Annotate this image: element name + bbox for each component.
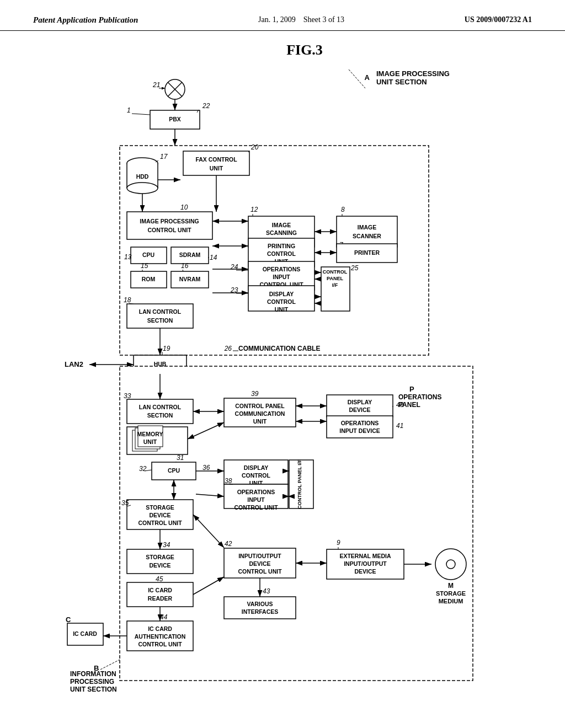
img-scanner-label2: SCANNER <box>353 233 381 239</box>
disp-ctrl-a2: CONTROL <box>267 298 296 305</box>
lan-ctrl-a2: SECTION <box>147 317 173 324</box>
io-dev-ctrl2: DEVICE <box>249 560 270 567</box>
section-a-label2: UNIT SECTION <box>376 78 427 86</box>
various-if1: VARIOUS <box>247 601 273 607</box>
img-scan-ctrl1: IMAGE <box>272 222 291 228</box>
info-proc-label2: PROCESSING <box>70 678 114 686</box>
rom-label: ROM <box>142 276 156 282</box>
ext-media3: DEVICE <box>354 568 376 575</box>
storage-device1: STORAGE <box>146 554 174 560</box>
ref-12: 12 <box>250 206 258 213</box>
memory-unit1: MEMORY <box>137 431 163 437</box>
pbx-label: PBX <box>169 116 181 122</box>
printing-ctrl1: PRINTING <box>268 243 295 249</box>
img-scan-ctrl2: SCANNING <box>266 229 297 236</box>
ref-34: 34 <box>163 541 170 549</box>
disp-ctrl-b2: CONTROL <box>242 472 270 479</box>
ops-panel-label2: PANEL <box>398 401 420 409</box>
ref-14: 14 <box>210 254 217 261</box>
ref-21: 21 <box>152 81 160 89</box>
ext-media1: EXTERNAL MEDIA <box>339 553 391 559</box>
page-header: Patent Application Publication Jan. 1, 2… <box>0 0 565 31</box>
ref-9: 9 <box>337 539 340 547</box>
info-proc-label1: INFORMATION <box>70 670 116 678</box>
storage-dev-ctrl1: STORAGE <box>146 504 174 511</box>
comm-cable-label: COMMUNICATION CABLE <box>238 345 320 352</box>
ref-38: 38 <box>225 477 232 485</box>
section-a-leader <box>349 69 365 88</box>
cpu-b-label: CPU <box>168 467 180 474</box>
ref-42: 42 <box>225 540 232 548</box>
ic-card-reader2: READER <box>148 595 173 602</box>
io-dev-ctrl3: CONTROL UNIT <box>238 568 282 575</box>
section-b-line <box>100 660 120 670</box>
ref-22: 22 <box>202 102 210 110</box>
ref-33: 33 <box>124 392 131 400</box>
ref-31: 31 <box>177 454 184 462</box>
ref-39: 39 <box>251 390 259 398</box>
memory-unit2: UNIT <box>143 438 157 445</box>
ref-19: 19 <box>163 345 170 352</box>
ops-input-ctrl-b2: INPUT <box>247 496 265 503</box>
ref-13: 13 <box>124 253 132 261</box>
info-proc-label3: UNIT SECTION <box>70 686 117 693</box>
cp-comm3: UNIT <box>253 418 267 425</box>
fax-control-box <box>183 151 249 175</box>
figure-title: FIG.3 <box>286 42 323 58</box>
publication-label: Patent Application Publication <box>33 15 138 25</box>
ref-44: 44 <box>160 613 168 621</box>
ref-43: 43 <box>263 587 270 595</box>
storage-dev-ctrl2: DEVICE <box>149 512 170 518</box>
various-if2: INTERFACES <box>242 608 279 615</box>
ops-panel-label1: OPERATIONS <box>398 393 441 401</box>
ops-input-ctrl-b3: CONTROL UNIT <box>234 504 278 511</box>
sdram-label: SDRAM <box>179 251 201 258</box>
img-proc-ctrl-label2: CONTROL UNIT <box>147 227 191 233</box>
ctrl-panel-if-label2: PANEL <box>327 276 343 281</box>
ref-17: 17 <box>160 153 168 160</box>
printer-label: PRINTER <box>354 249 380 256</box>
disp-ctrl-b1: DISPLAY <box>244 464 269 471</box>
ref-8: 8 <box>341 206 345 213</box>
ops-input1: OPERATIONS <box>263 266 301 272</box>
nvram-label: NVRAM <box>179 276 201 282</box>
printing-ctrl2: CONTROL <box>267 250 296 257</box>
ctrl-panel-if-b-label1: CONTROL PANEL I/F <box>297 459 302 509</box>
img-proc-ctrl-label1: IMAGE PROCESSING <box>140 218 199 224</box>
ref-41: 41 <box>396 422 403 430</box>
img-scanner-label1: IMAGE <box>358 224 376 231</box>
fax-control-label2: UNIT <box>210 165 223 172</box>
ic-card-reader1: IC CARD <box>148 587 172 593</box>
diagram-container: FIG.3 IMAGE PROCESSING UNIT SECTION A 21 <box>0 31 565 715</box>
section-a-label: IMAGE PROCESSING <box>376 69 450 78</box>
ic-card-auth3: CONTROL UNIT <box>138 641 182 647</box>
lan-ctrl-b1: LAN CONTROL <box>139 404 182 410</box>
ref-25: 25 <box>350 264 359 272</box>
section-p-letter: P <box>409 385 414 393</box>
section-m: M <box>448 582 454 590</box>
ref-20: 20 <box>250 143 259 151</box>
storage-dev-ctrl3: CONTROL UNIT <box>138 520 182 526</box>
ops-input-ctrl-b1: OPERATIONS <box>237 489 275 495</box>
hdd-label: HDD <box>136 173 149 180</box>
pub-date: Jan. 1, 2009 <box>258 15 296 24</box>
ref-10: 10 <box>180 204 188 211</box>
ref-16: 16 <box>181 262 189 270</box>
storage-medium-label2: MEDIUM <box>439 598 463 604</box>
ic-card-label: IC CARD <box>73 630 97 637</box>
ops-input-device1: OPERATIONS <box>341 420 379 426</box>
ctrl-panel-if-label1: CONTROL <box>323 269 348 275</box>
ref-45: 45 <box>156 575 163 583</box>
sheet-info: Sheet 3 of 13 <box>303 15 344 24</box>
ctrl-panel-if-label3: I/F <box>332 282 338 288</box>
ext-media2: INPUT/OUTPUT <box>344 560 387 567</box>
ref-18: 18 <box>124 296 131 304</box>
ops-input2: INPUT <box>273 274 290 280</box>
io-dev-ctrl1: INPUT/OUTPUT <box>238 553 281 559</box>
img-scanner-box <box>337 216 397 247</box>
storage-medium-label1: STORAGE <box>436 590 466 597</box>
img-proc-control-box <box>127 212 212 239</box>
patent-diagram: IMAGE PROCESSING UNIT SECTION A 21 PBX 2… <box>34 64 531 704</box>
ref-15: 15 <box>141 262 148 270</box>
cpu-label: CPU <box>142 251 154 258</box>
